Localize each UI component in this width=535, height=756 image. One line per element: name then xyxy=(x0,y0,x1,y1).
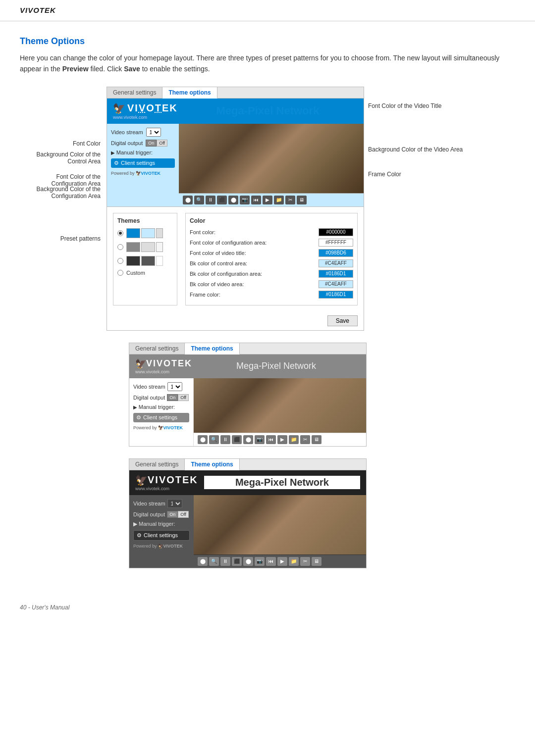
color-label-0: Font color: xyxy=(190,229,215,235)
off-btn-2[interactable]: Off xyxy=(178,394,189,401)
theme-radio-custom[interactable] xyxy=(117,270,123,276)
theme-radio-1[interactable] xyxy=(117,230,123,236)
on-btn-3[interactable]: On xyxy=(167,511,178,518)
tb3-2[interactable]: 🔍 xyxy=(209,557,219,566)
tab-theme-options[interactable]: Theme options xyxy=(162,87,217,99)
toolbar-2: ⬤ 🔍 ⏸ ⬛ ⬤ 📷 ⏮ ▶ 📁 ✂ 🖥 xyxy=(194,433,366,446)
client-settings-button[interactable]: ⚙ Client settings xyxy=(111,158,175,168)
toolbar-btn-7[interactable]: ⏮ xyxy=(251,196,261,204)
tb2-11[interactable]: 🖥 xyxy=(312,435,321,444)
powered-by-2: Powered by 🦅VIVOTEK xyxy=(133,425,189,430)
tb3-9[interactable]: 📁 xyxy=(289,557,299,566)
tb3-8[interactable]: ▶ xyxy=(277,557,287,566)
client-settings-2[interactable]: ⚙ Client settings xyxy=(133,413,189,422)
tab-bar: General settings Theme options xyxy=(107,87,364,99)
theme-bar-white2 xyxy=(156,242,163,252)
color-swatch-1[interactable]: #FFFFFF xyxy=(319,239,353,247)
stream-select-3[interactable]: 1 xyxy=(167,499,182,508)
tb3-7[interactable]: ⏮ xyxy=(266,557,276,566)
toolbar-btn-9[interactable]: 📁 xyxy=(274,196,284,204)
tb2-2[interactable]: 🔍 xyxy=(209,435,219,444)
theme-option-3[interactable] xyxy=(117,256,173,266)
digital-output-row: Digital output On Off xyxy=(111,140,175,147)
powered-brand: 🦅VIVOTEK xyxy=(136,171,161,176)
tb3-1[interactable]: ⬤ xyxy=(198,557,208,566)
tb3-6[interactable]: 📷 xyxy=(255,557,265,566)
tab-general-3[interactable]: General settings xyxy=(129,459,185,470)
color-swatch-0[interactable]: #000000 xyxy=(319,228,353,236)
theme-preview-1 xyxy=(126,228,163,238)
color-swatch-4[interactable]: #0186D1 xyxy=(319,270,353,278)
toolbar-btn-5[interactable]: ⬤ xyxy=(228,196,238,204)
color-swatch-2[interactable]: #098BD6 xyxy=(319,249,353,257)
theme-bar-white xyxy=(156,228,163,238)
tb2-10[interactable]: ✂ xyxy=(300,435,310,444)
video-area-2 xyxy=(194,378,366,433)
on-off-3[interactable]: On Off xyxy=(167,511,189,518)
tb2-5[interactable]: ⬤ xyxy=(243,435,253,444)
toolbar-btn-2[interactable]: 🔍 xyxy=(194,196,204,204)
on-btn-2[interactable]: On xyxy=(167,394,178,401)
tb3-3[interactable]: ⏸ xyxy=(220,557,230,566)
annotation-font-config: Font Color of the Configuration Area xyxy=(27,173,107,187)
tab-general-2[interactable]: General settings xyxy=(129,343,185,354)
theme-option-2[interactable] xyxy=(117,242,173,252)
toolbar-btn-11[interactable]: 🖥 xyxy=(297,196,307,204)
toolbar-btn-10[interactable]: ✂ xyxy=(285,196,295,204)
logo-bird-icon-3: 🦅 xyxy=(135,474,148,486)
on-button[interactable]: On xyxy=(146,140,157,147)
on-off-2[interactable]: On Off xyxy=(167,394,189,401)
annotation-bg-control: Background Color of the Control Area xyxy=(20,151,107,165)
on-off-toggle[interactable]: On Off xyxy=(146,140,167,147)
toolbar-btn-3[interactable]: ⏸ xyxy=(206,196,215,204)
theme-radio-2[interactable] xyxy=(117,244,123,250)
color-swatch-6[interactable]: #0186D1 xyxy=(319,291,353,299)
tb3-10[interactable]: ✂ xyxy=(300,557,310,566)
preview-body-3: Video stream 1 Digital output On Off ▶ M… xyxy=(129,495,366,568)
tb3-11[interactable]: 🖥 xyxy=(312,557,321,566)
annotation-frame-color: Frame Color xyxy=(368,171,401,178)
theme-option-1[interactable] xyxy=(117,228,173,238)
video-stream-row-3: Video stream 1 xyxy=(133,499,190,508)
toolbar-btn-1[interactable]: ⬤ xyxy=(183,196,193,204)
tb2-3[interactable]: ⏸ xyxy=(220,435,230,444)
tb2-9[interactable]: 📁 xyxy=(289,435,299,444)
client-settings-3[interactable]: ⚙ Client settings xyxy=(133,530,190,541)
preview-sidebar-2: Video stream 1 Digital output On Off Man… xyxy=(129,378,194,446)
video-title-2: Mega-Pixel Network xyxy=(192,361,360,371)
stream-select[interactable]: 1 2 xyxy=(146,128,161,137)
tb2-8[interactable]: ▶ xyxy=(277,435,287,444)
tab-theme-3[interactable]: Theme options xyxy=(185,459,239,470)
save-button[interactable]: Save xyxy=(327,315,358,326)
theme-bar-gray xyxy=(126,242,140,252)
tb2-1[interactable]: ⬤ xyxy=(198,435,208,444)
color-swatch-5[interactable]: #C4EAFF xyxy=(319,280,353,288)
theme-radio-3[interactable] xyxy=(117,258,123,264)
off-btn-3[interactable]: Off xyxy=(178,511,189,518)
toolbar-btn-4[interactable]: ⬛ xyxy=(217,196,227,204)
preview-toolbar: ⬤ 🔍 ⏸ ⬛ ⬤ 📷 ⏮ ▶ 📁 ✂ 🖥 xyxy=(179,193,364,206)
tb2-4[interactable]: ⬛ xyxy=(232,435,242,444)
theme-preview-2 xyxy=(126,242,163,252)
tab-theme-2[interactable]: Theme options xyxy=(185,343,239,354)
preview-instance-3: General settings Theme options 🦅 VIVOTEK… xyxy=(129,458,367,568)
toolbar-btn-6[interactable]: 📷 xyxy=(240,196,250,204)
tab-general-settings[interactable]: General settings xyxy=(107,87,162,98)
stream-select-2[interactable]: 1 xyxy=(167,382,182,391)
tb2-7[interactable]: ⏮ xyxy=(266,435,276,444)
theme-option-custom[interactable]: Custom xyxy=(117,270,173,276)
color-row-0: Font color: #000000 xyxy=(190,228,353,236)
toolbar-btn-8[interactable]: ▶ xyxy=(263,196,272,204)
main-ui-panel: General settings Theme options 🦅 VIVOTEK… xyxy=(107,87,364,331)
tb3-5[interactable]: ⬤ xyxy=(243,557,253,566)
off-button[interactable]: Off xyxy=(157,140,167,147)
gear-icon-2: ⚙ xyxy=(136,414,141,421)
color-swatch-3[interactable]: #C4EAFF xyxy=(319,259,353,267)
digital-output-row-3: Digital output On Off xyxy=(133,511,190,518)
annotation-bg-video: Background Color of the Video Area xyxy=(368,146,463,153)
tb3-4[interactable]: ⬛ xyxy=(232,557,242,566)
powered-by: Powered by 🦅VIVOTEK xyxy=(111,171,175,176)
logo-url-2: www.vivotek.com xyxy=(135,369,192,374)
tb2-6[interactable]: 📷 xyxy=(255,435,265,444)
brand-name: VIVOTEK xyxy=(20,6,56,14)
